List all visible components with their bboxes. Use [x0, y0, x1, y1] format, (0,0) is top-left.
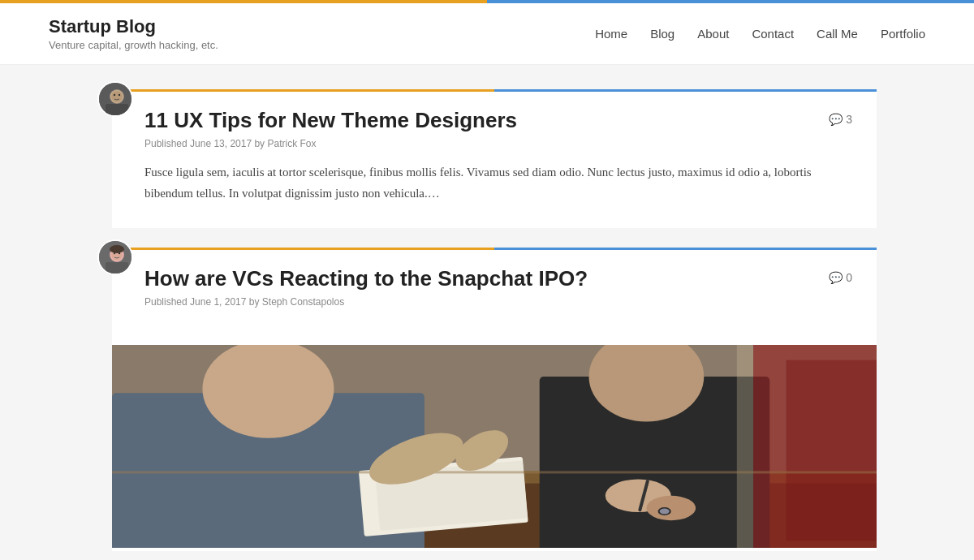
comment-count-1: 3 — [846, 113, 852, 126]
comment-icon-1: 💬 — [829, 113, 843, 126]
site-tagline: Venture capital, growth hacking, etc. — [49, 39, 218, 51]
site-title: Startup Blog — [49, 16, 218, 37]
post-comments-1: 💬 3 — [829, 113, 852, 126]
site-header: Startup Blog Venture capital, growth hac… — [0, 3, 974, 65]
svg-point-34 — [646, 496, 696, 520]
post-card-1: 11 UX Tips for New Theme Designers 💬 3 P… — [112, 89, 877, 228]
nav-portfolio[interactable]: Portfolio — [881, 27, 925, 41]
nav-contact[interactable]: Contact — [752, 27, 794, 41]
post-excerpt-1: Fusce ligula sem, iaculis at tortor scel… — [144, 162, 852, 204]
comment-count-2: 0 — [846, 271, 852, 284]
post-meta-2: Published June 1, 2017 by Steph Constapo… — [144, 296, 852, 308]
site-brand: Startup Blog Venture capital, growth hac… — [49, 16, 218, 51]
svg-rect-30 — [737, 345, 753, 548]
nav-about[interactable]: About — [697, 27, 729, 41]
post-inner-2: How are VCs Reacting to the Snapchat IPO… — [112, 250, 877, 345]
comment-icon-2: 💬 — [829, 271, 843, 284]
svg-rect-31 — [112, 471, 877, 473]
svg-point-36 — [660, 508, 670, 514]
post-header-1: 11 UX Tips for New Theme Designers 💬 3 — [144, 108, 852, 133]
post-comments-2: 💬 0 — [829, 271, 852, 284]
post-header-2: How are VCs Reacting to the Snapchat IPO… — [144, 266, 852, 291]
nav-home[interactable]: Home — [595, 27, 627, 41]
nav-call-me[interactable]: Call Me — [817, 27, 858, 41]
post-meta-1: Published June 13, 2017 by Patrick Fox — [144, 138, 852, 149]
main-content: 11 UX Tips for New Theme Designers 💬 3 P… — [81, 89, 893, 551]
main-nav: Home Blog About Contact Call Me Portfoli… — [595, 27, 925, 41]
post-title-2[interactable]: How are VCs Reacting to the Snapchat IPO… — [144, 266, 588, 291]
post-title-1[interactable]: 11 UX Tips for New Theme Designers — [144, 108, 517, 133]
post-inner-1: 11 UX Tips for New Theme Designers 💬 3 P… — [112, 92, 877, 228]
post-image-container-2 — [112, 345, 877, 551]
post-image-2 — [112, 345, 877, 548]
post-card-2: How are VCs Reacting to the Snapchat IPO… — [112, 248, 877, 551]
nav-blog[interactable]: Blog — [650, 27, 674, 41]
svg-rect-29 — [787, 360, 877, 541]
